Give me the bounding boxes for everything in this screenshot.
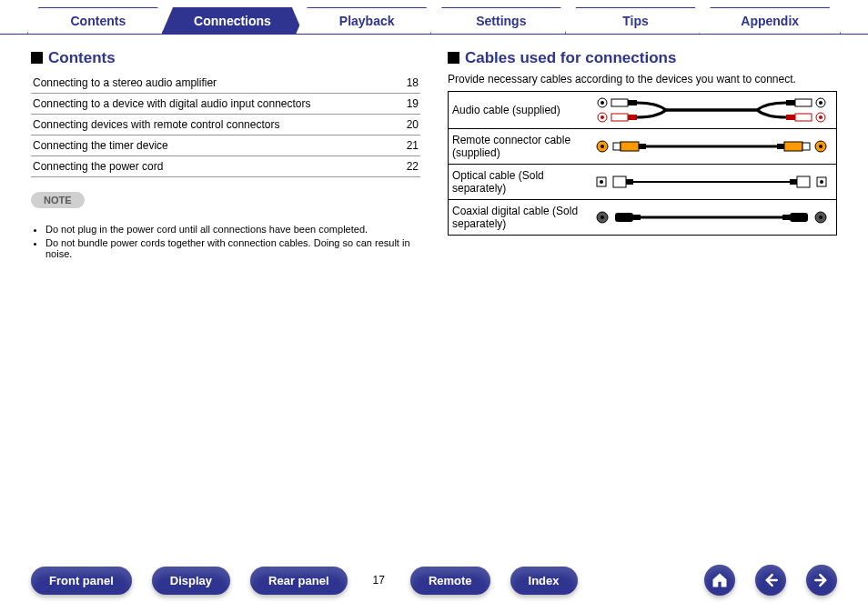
toc-title: Connecting the power cord xyxy=(33,160,163,173)
svg-point-15 xyxy=(819,115,823,119)
arrow-right-icon xyxy=(812,571,831,589)
svg-rect-20 xyxy=(639,144,646,149)
svg-rect-10 xyxy=(786,115,795,120)
tab-settings[interactable]: Settings xyxy=(430,7,572,34)
square-bullet-icon xyxy=(448,52,459,64)
tab-appendix[interactable]: Appendix xyxy=(699,7,841,34)
cable-label: Audio cable (supplied) xyxy=(449,100,588,120)
optical-cable-icon xyxy=(588,171,836,193)
top-tabs: Contents Connections Playback Settings T… xyxy=(0,0,868,35)
note-item: Do not plug in the power cord until all … xyxy=(45,224,420,235)
toc-page: 19 xyxy=(407,97,419,110)
toc-row[interactable]: Connecting to a device with digital audi… xyxy=(31,94,420,115)
cable-row: Audio cable (supplied) xyxy=(449,92,836,128)
toc-row[interactable]: Connecting the power cord 22 xyxy=(31,156,420,177)
coaxial-cable-icon xyxy=(588,206,836,228)
arrow-left-icon xyxy=(762,571,780,589)
prev-page-button[interactable] xyxy=(755,565,786,596)
main-content: Contents Connecting to a stereo audio am… xyxy=(0,35,868,269)
tab-contents[interactable]: Contents xyxy=(27,7,169,34)
svg-rect-9 xyxy=(795,99,812,106)
svg-rect-11 xyxy=(795,114,812,121)
svg-rect-33 xyxy=(797,176,810,187)
svg-rect-23 xyxy=(784,142,802,151)
svg-rect-32 xyxy=(790,179,797,185)
svg-rect-42 xyxy=(790,213,808,222)
contents-heading-text: Contents xyxy=(48,49,116,66)
svg-rect-5 xyxy=(628,100,637,105)
svg-point-3 xyxy=(601,115,604,119)
toc-page: 18 xyxy=(407,76,419,89)
svg-rect-18 xyxy=(613,143,621,150)
display-button[interactable]: Display xyxy=(152,567,230,595)
svg-rect-6 xyxy=(611,114,628,121)
svg-point-35 xyxy=(820,180,823,184)
note-badge: NOTE xyxy=(31,192,85,208)
remote-cable-icon xyxy=(588,135,836,157)
svg-rect-24 xyxy=(802,143,810,150)
toc-title: Connecting to a device with digital audi… xyxy=(33,97,311,110)
svg-point-13 xyxy=(819,101,823,105)
svg-rect-7 xyxy=(628,115,637,120)
cables-heading: Cables used for connections xyxy=(448,49,837,67)
cable-label: Remote connector cable (supplied) xyxy=(449,130,588,163)
toc-row[interactable]: Connecting the timer device 21 xyxy=(31,135,420,156)
svg-point-17 xyxy=(601,145,604,148)
left-column: Contents Connecting to a stereo audio am… xyxy=(31,44,420,269)
svg-rect-29 xyxy=(613,176,626,187)
svg-point-44 xyxy=(819,216,823,219)
tab-playback[interactable]: Playback xyxy=(296,7,438,34)
note-list: Do not plug in the power cord until all … xyxy=(31,224,420,259)
rear-panel-button[interactable]: Rear panel xyxy=(250,567,347,595)
remote-button[interactable]: Remote xyxy=(410,567,490,595)
front-panel-button[interactable]: Front panel xyxy=(31,567,132,595)
cable-table: Audio cable (supplied) xyxy=(448,91,837,236)
toc-page: 20 xyxy=(407,118,419,131)
note-item: Do not bundle power cords together with … xyxy=(45,237,420,259)
footer-bar: Front panel Display Rear panel 17 Remote… xyxy=(0,565,868,596)
right-column: Cables used for connections Provide nece… xyxy=(448,44,837,269)
toc-title: Connecting to a stereo audio amplifier xyxy=(33,76,217,89)
contents-heading: Contents xyxy=(31,49,420,67)
toc-title: Connecting the timer device xyxy=(33,139,168,152)
page-number: 17 xyxy=(368,574,390,587)
home-icon xyxy=(711,571,729,589)
home-button[interactable] xyxy=(704,565,735,596)
svg-rect-41 xyxy=(782,215,790,220)
next-page-button[interactable] xyxy=(806,565,837,596)
svg-rect-19 xyxy=(621,142,639,151)
toc-row[interactable]: Connecting to a stereo audio amplifier 1… xyxy=(31,73,420,94)
toc-page: 22 xyxy=(407,160,419,173)
svg-point-28 xyxy=(600,180,603,184)
svg-rect-4 xyxy=(611,99,628,106)
svg-rect-8 xyxy=(786,100,795,105)
svg-rect-30 xyxy=(626,179,633,185)
cable-row: Optical cable (Sold separately) xyxy=(449,164,836,199)
svg-point-1 xyxy=(601,101,604,105)
toc-page: 21 xyxy=(407,139,419,152)
svg-point-37 xyxy=(601,216,604,219)
cable-label: Optical cable (Sold separately) xyxy=(449,166,588,198)
cables-heading-text: Cables used for connections xyxy=(465,49,676,66)
square-bullet-icon xyxy=(31,52,43,64)
cable-row: Remote connector cable (supplied) xyxy=(449,128,836,164)
index-button[interactable]: Index xyxy=(510,567,578,595)
svg-rect-38 xyxy=(615,213,633,222)
svg-point-26 xyxy=(819,145,823,148)
cable-row: Coaxial digital cable (Sold separately) xyxy=(449,199,836,235)
tab-connections[interactable]: Connections xyxy=(162,7,304,34)
toc-row[interactable]: Connecting devices with remote control c… xyxy=(31,115,420,135)
tab-tips[interactable]: Tips xyxy=(565,7,707,34)
cables-intro: Provide necessary cables according to th… xyxy=(448,73,837,85)
toc-title: Connecting devices with remote control c… xyxy=(33,118,279,131)
svg-rect-22 xyxy=(777,144,784,149)
audio-cable-icon xyxy=(588,92,836,128)
cable-label: Coaxial digital cable (Sold separately) xyxy=(449,201,588,234)
svg-rect-39 xyxy=(633,215,641,220)
